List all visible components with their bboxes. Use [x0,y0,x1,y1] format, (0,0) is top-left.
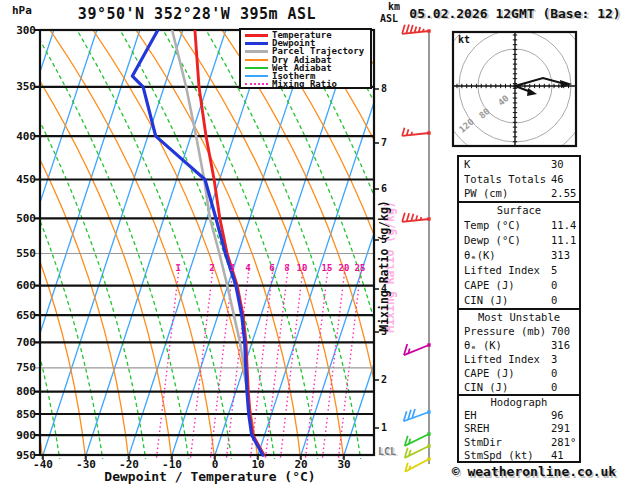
legend-line-sample [245,50,268,53]
table-row-value: 3 [551,352,557,366]
table-row-value: 313 [551,248,570,263]
temperature-tick-label: 10 [241,458,275,471]
pressure-tick-label: 600 [6,280,36,291]
table-row: Temp (°C)11.4 [459,218,579,233]
altitude-unit-asl-label: ASL [380,13,398,24]
table-row-label: Dewp (°C) [464,234,521,246]
legend-line-sample [245,59,268,61]
table-row: Dewp (°C)11.1 [459,233,579,248]
table-row-label: Lifted Index [464,264,540,276]
table-row: CIN (J)0 [459,380,579,394]
table-row-label: θₑ (K) [464,339,502,351]
table-row: CAPE (J)0 [459,366,579,380]
table-row-value: 0 [551,380,557,394]
temperature-tick-label: 20 [284,458,318,471]
altitude-tick-label: 5 [381,235,387,245]
table-row: K30 [459,157,579,172]
table-row-value: 281° [551,436,576,449]
table-row-value: 11.4 [551,218,576,233]
legend-line-sample [245,75,268,77]
temperature-axis-title: Dewpoint / Temperature (°C) [55,469,365,484]
altitude-tick-label: 3 [381,327,387,337]
table-row: StmSpd (kt)41 [459,449,579,461]
lcl-marker-label: LCL [378,446,396,457]
table-row: StmDir281° [459,436,579,449]
mixing-ratio-value-label: 1 [169,263,187,273]
wind-barb [405,432,431,446]
wind-barb [404,409,431,421]
legend-item: Mixing Ratio [241,80,370,88]
table-row-label: Temp (°C) [464,219,521,231]
legend-item-label: Mixing Ratio [272,80,337,88]
pressure-tick-label: 550 [6,248,36,259]
table-row-label: CIN (J) [464,381,508,393]
table-row-label: PW (cm) [464,187,508,199]
temperature-tick-label: -30 [69,458,103,471]
table-row-label: Pressure (mb) [464,325,546,337]
wind-barb [405,457,431,471]
hodograph-panel [439,10,591,162]
pressure-tick-label: 900 [6,430,36,441]
table-row: EH96 [459,409,579,422]
altitude-tick-label: 6 [381,184,387,194]
legend-line-sample [245,83,268,85]
wind-barb [402,128,431,136]
table-row-label: SREH [464,422,489,434]
pressure-tick-label: 350 [6,81,36,92]
altitude-tick-label: 8 [381,84,387,94]
copyright-credit: © weatheronline.co.uk [440,464,628,479]
table-section-title: Hodograph [459,396,579,409]
pressure-tick-label: 700 [6,337,36,348]
altitude-tick-label: 2 [381,375,387,385]
pressure-tick-label: 400 [6,131,36,142]
table-row-label: Totals Totals [464,173,546,185]
altitude-tick-label: 4 [381,284,387,294]
table-row-label: StmSpd (kt) [464,449,534,461]
table-row: SREH291 [459,422,579,435]
altitude-tick-label: 7 [381,138,387,148]
table-row-value: 316 [551,338,570,352]
legend-line-sample [245,67,268,69]
table-row: Pressure (mb)700 [459,324,579,338]
table-row-value: 0 [551,366,557,380]
table-row: θₑ (K)316 [459,338,579,352]
table-row: Lifted Index5 [459,263,579,278]
table-row-label: CAPE (J) [464,367,515,379]
legend-box: TemperatureDewpointParcel TrajectoryDry … [239,28,372,89]
temperature-tick-label: 30 [327,458,361,471]
temperature-tick-label: 0 [198,458,232,471]
mixing-ratio-value-label: 4 [239,263,257,273]
table-row-value: 0 [551,293,557,308]
temperature-tick-label: -40 [26,458,60,471]
table-row-label: θₑ(K) [464,249,496,261]
table-row-value: 41 [551,449,564,461]
mixing-ratio-value-label: 10 [293,263,311,273]
table-row-value: 5 [551,263,557,278]
wind-barb [402,213,431,222]
temperature-tick-label: -10 [155,458,189,471]
legend-line-sample [245,34,268,37]
wind-barb [404,343,431,355]
table-row: Lifted Index3 [459,352,579,366]
legend-line-sample [245,42,268,45]
table-row: CIN (J)0 [459,293,579,308]
table-row-label: K [464,158,470,170]
altitude-tick-label: 1 [381,423,387,433]
table-section-title: Surface [459,203,579,218]
skewt-sounding-page: hPa 39°50'N 352°28'W 395m ASL km ASL 05.… [0,0,629,486]
mixing-ratio-value-label: 2 [203,263,221,273]
table-row-value: 2.55 [551,186,576,201]
altitude-unit-km-label: km [388,1,400,12]
table-row-label: StmDir [464,436,502,448]
mixing-ratio-value-label: 25 [351,263,369,273]
table-row-value: 11.1 [551,233,576,248]
table-row-value: 700 [551,324,570,338]
pressure-tick-label: 650 [6,310,36,321]
run-datetime-title: 05.02.2026 12GMT (Base: 12) [402,6,628,21]
table-row: PW (cm)2.55 [459,186,579,201]
table-section-title: Most Unstable [459,310,579,324]
table-row-value: 291 [551,422,570,435]
table-row-value: 46 [551,172,564,187]
pressure-tick-label: 500 [6,213,36,224]
table-section: HodographEH96SREH291StmDir281°StmSpd (kt… [459,394,579,461]
